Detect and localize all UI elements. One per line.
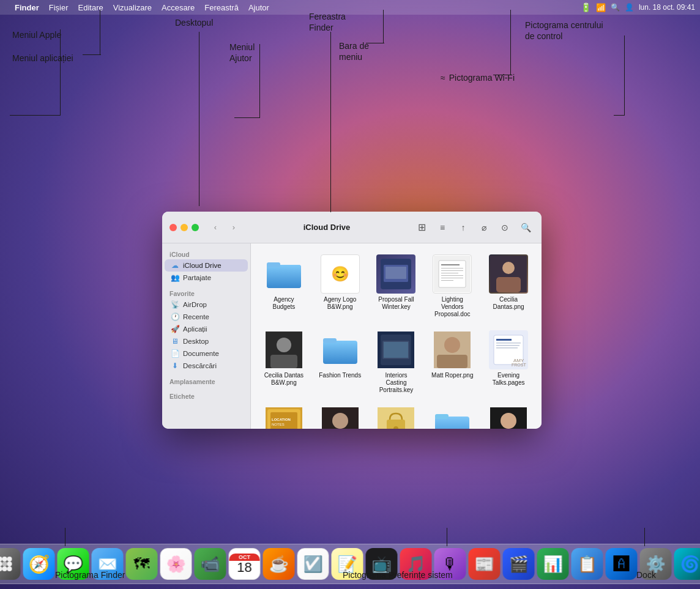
file-item-abby[interactable]: Abby.png (315, 402, 366, 429)
dock: 🧭 💬 ✉️ 🗺 🌸 📹 OCT 18 ☕ ☑️ 📝 📺 🎵 🎙 📰 (0, 544, 700, 584)
annotation-meniu-aplicatiei: Meniul aplicației (12, 53, 73, 64)
vizualizare-menu[interactable]: Vizualizare (113, 3, 152, 12)
sidebar-item-descarcari[interactable]: ⬇ Descărcări (165, 360, 248, 372)
dock-icon-podcasts[interactable]: 🎙 (434, 548, 466, 580)
svg-rect-15 (441, 280, 453, 281)
icloud-icon: ☁ (171, 261, 179, 270)
app-name-menu[interactable]: Finder (15, 3, 39, 12)
dock-icon-appletv[interactable]: 📺 (366, 548, 398, 580)
file-item-cecilia-bw[interactable]: Cecilia Dantas B&W.png (258, 327, 310, 398)
sidebar-item-aplicatii-label: Aplicații (183, 325, 207, 333)
file-item-proposal-fall[interactable]: Proposal Fall Winter.key (371, 251, 422, 322)
dock-icon-mail[interactable]: ✉️ (92, 548, 124, 580)
dock-icon-systemprefs[interactable]: ⚙️ (640, 548, 672, 580)
dock-icon-messages[interactable]: 💬 (58, 548, 89, 580)
sidebar-item-partajate[interactable]: 👥 Partajate (165, 272, 248, 284)
search-icon[interactable]: 🔍 (611, 3, 620, 12)
dock-icon-news[interactable]: 📰 (469, 548, 501, 580)
file-item-talent-deck[interactable]: Talent Deck (426, 402, 478, 429)
dock-icon-screensaver[interactable]: 🌀 (674, 548, 701, 580)
dock-icon-photos[interactable]: 🌸 (160, 548, 192, 580)
svg-point-67 (0, 566, 2, 571)
fisier-menu[interactable]: Fișier (49, 3, 69, 12)
sidebar-section-icloud: iCloud (162, 248, 250, 259)
sidebar-item-airdrop-label: AirDrop (183, 301, 207, 308)
sidebar-item-icloud-label: iCloud Drive (183, 262, 222, 269)
battery-icon: 🔋 (581, 2, 591, 12)
airdrop-icon: 📡 (171, 300, 179, 309)
file-name-cecilia-dantas: Cecilia Dantas.png (486, 296, 531, 311)
descarcari-icon: ⬇ (171, 361, 179, 370)
svg-point-62 (2, 557, 7, 561)
svg-rect-23 (323, 338, 337, 343)
window-title: iCloud Drive (245, 223, 408, 232)
view-grid-button[interactable]: ⊞ (413, 221, 430, 234)
svg-text:NOTES: NOTES (272, 423, 285, 426)
traffic-lights (169, 224, 199, 231)
dock-icon-launchpad[interactable] (0, 548, 21, 580)
svg-rect-9 (441, 264, 460, 265)
dock-icon-music[interactable]: 🎵 (400, 548, 432, 580)
annotation-wifi: ≈Pictograma Wi-Fi (441, 72, 515, 83)
file-name-matt-roper: Matt Roper.png (431, 372, 473, 379)
file-item-ageny-logo[interactable]: 😊 Ageny Logo B&W.png (315, 251, 366, 322)
minimize-button[interactable] (181, 224, 188, 231)
search-button[interactable]: 🔍 (517, 221, 534, 234)
share-button[interactable]: ↑ (455, 221, 472, 234)
file-item-agency-budgets[interactable]: Agency Budgets (258, 251, 310, 322)
wifi-icon[interactable]: 📶 (596, 3, 606, 12)
sidebar-item-airdrop[interactable]: 📡 AirDrop (165, 298, 248, 311)
back-button[interactable]: ‹ (209, 221, 222, 234)
file-item-lighting-vendors[interactable]: Lighting Vendors Proposal.doc (426, 251, 478, 322)
dock-icon-pages[interactable]: 📋 (572, 548, 603, 580)
file-name-evening-talks: Evening Talks.pages (486, 372, 531, 387)
dock-icon-amphetamine[interactable]: ☕ (263, 548, 295, 580)
dock-icon-numbers[interactable]: 📊 (537, 548, 569, 580)
file-item-tote-bag[interactable]: Tote Bag.jpg (371, 402, 422, 429)
action-button[interactable]: ⊙ (496, 221, 513, 234)
dock-icon-calendar[interactable]: OCT 18 (229, 548, 261, 580)
view-list-button[interactable]: ≡ (434, 221, 451, 234)
sidebar-item-aplicatii[interactable]: 🚀 Aplicații (165, 323, 248, 335)
annotation-desktopul: Desktopul (175, 17, 213, 28)
svg-rect-52 (435, 414, 449, 419)
accesare-menu[interactable]: Accesare (162, 3, 195, 12)
sidebar-item-desktop[interactable]: 🖥 Desktop (165, 335, 248, 347)
svg-point-64 (0, 561, 2, 566)
file-item-vera-san[interactable]: Vera San.png (483, 402, 534, 429)
file-item-matt-roper[interactable]: Matt Roper.png (426, 327, 478, 398)
sidebar-item-icloud-drive[interactable]: ☁ iCloud Drive (165, 259, 248, 272)
tag-button[interactable]: ⌀ (475, 221, 493, 234)
dock-icon-notes[interactable]: 📝 (332, 548, 363, 580)
sidebar-item-recente[interactable]: 🕐 Recente (165, 311, 248, 323)
editare-menu[interactable]: Editare (78, 3, 103, 12)
file-item-locations-notes[interactable]: LOCATION NOTES Locations Notes.key (258, 402, 310, 429)
dock-icon-maps[interactable]: 🗺 (126, 548, 158, 580)
finder-toolbar: ‹ › iCloud Drive ⊞ ≡ ↑ ⌀ ⊙ 🔍 (162, 212, 542, 243)
close-button[interactable] (169, 224, 177, 231)
dock-icon-appstore[interactable]: 🅰 (606, 548, 638, 580)
dock-icon-facetime[interactable]: 📹 (195, 548, 226, 580)
finder-body: iCloud ☁ iCloud Drive 👥 Partajate Favori… (162, 243, 542, 429)
datetime-display: lun. 18 oct. 09:41 (639, 3, 695, 12)
file-grid: Agency Budgets 😊 Ageny Logo B&W.png (258, 251, 534, 429)
svg-rect-36 (496, 347, 518, 349)
dock-icon-keynote[interactable]: 🎬 (503, 548, 535, 580)
maximize-button[interactable] (192, 224, 199, 231)
file-item-interiors-casting[interactable]: Interiors Casting Portraits.key (371, 327, 422, 398)
file-name-interiors-casting: Interiors Casting Portraits.key (374, 372, 418, 394)
forward-button[interactable]: › (227, 221, 240, 234)
svg-rect-6 (385, 267, 406, 279)
file-item-cecilia-dantas[interactable]: Cecilia Dantas.png (483, 251, 534, 322)
svg-rect-30 (437, 355, 467, 368)
dock-icon-safari[interactable]: 🧭 (23, 548, 55, 580)
fereastra-menu[interactable]: Fereastră (204, 3, 239, 12)
file-item-evening-talks[interactable]: AMY FROST Evening Talks.pages (483, 327, 534, 398)
sidebar-item-documente[interactable]: 📄 Documente (165, 347, 248, 360)
finder-window: ‹ › iCloud Drive ⊞ ≡ ↑ ⌀ ⊙ 🔍 iCloud ☁ iC… (162, 212, 542, 429)
user-icon[interactable]: 👤 (625, 3, 634, 12)
svg-rect-13 (441, 275, 463, 276)
dock-icon-reminders[interactable]: ☑️ (297, 548, 329, 580)
ajutor-menu[interactable]: Ajutor (248, 3, 269, 12)
file-item-fashion-trends[interactable]: Fashion Trends (315, 327, 366, 398)
